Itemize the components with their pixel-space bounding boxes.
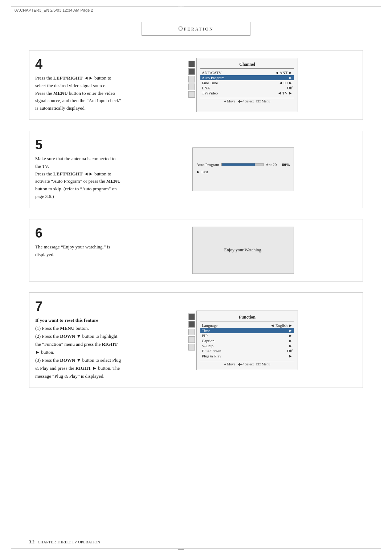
section-title-wrapper: Operation xyxy=(29,22,363,50)
step-4-section: 4 Press the LEFT/RIGHT ◄► button to sele… xyxy=(29,50,363,120)
function-nav: ♦ Move ◆↵ Select □□ Menu xyxy=(200,361,294,366)
step-4-left: 4 Press the LEFT/RIGHT ◄► button to sele… xyxy=(35,58,130,112)
auto-prog-exit: ► Exit xyxy=(196,170,290,174)
step-7-section: 7 If you want to reset this feature (1) … xyxy=(29,292,363,388)
step-6-text: The message “Enjoy your watching.” is di… xyxy=(35,243,122,259)
step-4-icon-bar xyxy=(188,58,195,112)
channel-nav: ♦ Move ◆↵ Select □□ Menu xyxy=(200,98,294,103)
menu-row-lna: LNA Off xyxy=(200,85,294,90)
auto-prog-bar-fill xyxy=(222,163,255,166)
auto-prog-pct: 80% xyxy=(282,162,290,167)
step-4-screen: Channel ANT/CATV ◄ ANT ► Auto Program ► … xyxy=(196,58,298,112)
step-7-text: If you want to reset this feature (1) Pr… xyxy=(35,317,122,380)
operation-title-box: Operation xyxy=(142,22,250,36)
step-5-screen: Auto Program Ant 20 80% ► Exit xyxy=(192,147,294,191)
footer-page-num: 3.2 Chapter Three: TV Operation xyxy=(29,539,100,544)
footer-chapter-ref: Chapter Three: TV Operation xyxy=(38,540,100,544)
auto-prog-bar-wrap xyxy=(221,163,264,166)
page-header: 07.CHAPTER3_EN 2/5/03 12:34 AM Page 2 xyxy=(15,8,93,12)
icon-5 xyxy=(188,91,195,98)
icon-f-3 xyxy=(188,329,195,335)
step-5-number: 5 xyxy=(35,138,122,151)
step-7-list: (1) Press the MENU button. (2) Press the… xyxy=(35,324,122,381)
step-7-item-2: (2) Press the DOWN ▼ button to highlight… xyxy=(35,332,122,356)
step-6-right: Enjoy your Watching. xyxy=(130,227,357,274)
func-row-time: Time ► xyxy=(200,328,294,333)
channel-menu: ANT/CATV ◄ ANT ► Auto Program ► Fine Tun… xyxy=(200,70,294,96)
icon-1 xyxy=(188,61,195,67)
icon-4 xyxy=(188,84,195,90)
operation-title: Operation xyxy=(178,25,213,32)
icon-f-1 xyxy=(188,313,195,320)
step-5-bold-lr: LEFT/RIGHT xyxy=(53,171,83,177)
channel-title: Channel xyxy=(200,62,294,69)
auto-prog-label: Auto Program xyxy=(196,162,219,167)
reg-mark-bottom xyxy=(178,546,184,552)
step-4-number: 4 xyxy=(35,58,122,71)
step-7-item-3: (3) Press the DOWN ▼ button to select Pl… xyxy=(35,356,122,380)
icon-f-2 xyxy=(188,321,195,328)
step-4-right: Channel ANT/CATV ◄ ANT ► Auto Program ► … xyxy=(130,58,357,112)
menu-row-antcatv: ANT/CATV ◄ ANT ► xyxy=(200,70,294,75)
icon-f-4 xyxy=(188,336,195,343)
menu-row-autoprog: Auto Program ► xyxy=(200,75,294,80)
step-7-item-1: (1) Press the MENU button. xyxy=(35,324,122,332)
step-6-number: 6 xyxy=(35,227,122,240)
step-6-section: 6 The message “Enjoy your watching.” is … xyxy=(29,219,363,281)
step-7-number: 7 xyxy=(35,300,122,313)
func-row-caption: Caption ► xyxy=(200,338,294,343)
step-7-screen: Function Language ◄ English ► Time ► PIP xyxy=(196,311,298,370)
step-5-left: 5 Make sure that the antenna is connecte… xyxy=(35,138,130,200)
step-7-icon-bar xyxy=(188,311,195,370)
function-menu: Language ◄ English ► Time ► PIP ► Capt xyxy=(200,323,294,358)
step-5-bold-menu: MENU xyxy=(106,178,121,184)
reg-mark-top xyxy=(178,3,184,9)
icon-2 xyxy=(188,68,195,75)
step-6-screen: Enjoy your Watching. xyxy=(192,227,294,274)
menu-row-finetune: Fine Tune ◄ 00 ► xyxy=(200,80,294,85)
func-row-plugplay: Plug & Play ► xyxy=(200,353,294,358)
step-7-heading: If you want to reset this feature xyxy=(35,317,98,323)
menu-row-tvvideo: TV/Video ◄ TV ► xyxy=(200,90,294,96)
func-row-vchip: V-Chip ► xyxy=(200,343,294,348)
icon-3 xyxy=(188,76,195,82)
func-row-pip: PIP ► xyxy=(200,333,294,338)
step-4-bold-lr: LEFT/RIGHT xyxy=(53,75,83,81)
auto-prog-bar-row: Auto Program Ant 20 80% xyxy=(196,162,290,167)
step-4-bold-menu: MENU xyxy=(53,90,68,96)
auto-prog-ant: Ant 20 xyxy=(266,162,277,167)
function-title: Function xyxy=(200,315,294,321)
enjoy-message: Enjoy your Watching. xyxy=(224,247,262,253)
func-row-language: Language ◄ English ► xyxy=(200,323,294,328)
step-7-left: 7 If you want to reset this feature (1) … xyxy=(35,300,130,380)
icon-f-5 xyxy=(188,344,195,351)
step-5-right: Auto Program Ant 20 80% ► Exit xyxy=(130,138,357,200)
func-row-bluescreen: Blue Screen Off xyxy=(200,348,294,353)
step-6-left: 6 The message “Enjoy your watching.” is … xyxy=(35,227,130,274)
step-5-text: Make sure that the antenna is connected … xyxy=(35,155,122,200)
step-7-right: Function Language ◄ English ► Time ► PIP xyxy=(130,300,357,380)
step-5-section: 5 Make sure that the antenna is connecte… xyxy=(29,131,363,208)
page-footer: 3.2 Chapter Three: TV Operation xyxy=(29,539,100,545)
step-4-text: Press the LEFT/RIGHT ◄► button to select… xyxy=(35,74,122,112)
